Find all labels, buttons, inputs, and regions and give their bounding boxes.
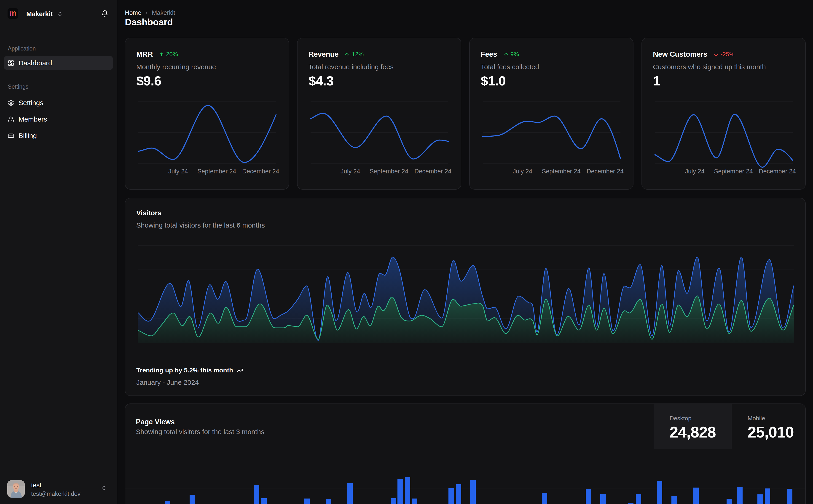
- svg-text:July 24: July 24: [168, 168, 188, 175]
- svg-text:m: m: [9, 8, 16, 18]
- svg-text:July 24: July 24: [513, 168, 532, 175]
- svg-text:September 24: September 24: [714, 168, 753, 175]
- svg-text:September 24: September 24: [370, 168, 408, 175]
- svg-text:December 24: December 24: [586, 168, 624, 175]
- svg-text:December 24: December 24: [759, 168, 796, 175]
- svg-text:December 24: December 24: [242, 168, 279, 175]
- svg-text:December 24: December 24: [414, 168, 451, 175]
- svg-text:July 24: July 24: [341, 168, 360, 175]
- svg-text:September 24: September 24: [542, 168, 581, 175]
- svg-text:July 24: July 24: [685, 168, 705, 175]
- svg-text:September 24: September 24: [197, 168, 236, 175]
